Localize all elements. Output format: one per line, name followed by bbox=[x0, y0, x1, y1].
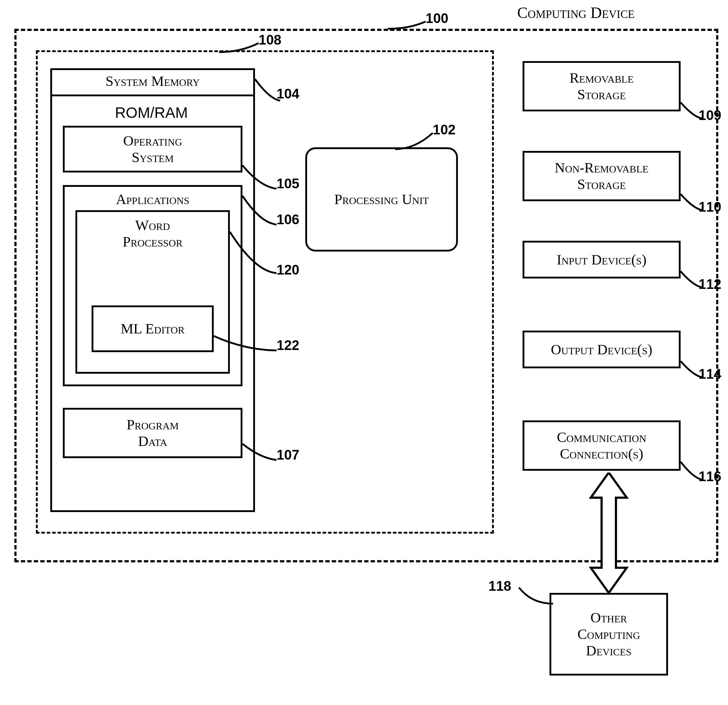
leader-122 bbox=[214, 334, 278, 354]
ref-105: 105 bbox=[277, 176, 299, 191]
leader-102 bbox=[395, 131, 435, 151]
leader-106 bbox=[243, 194, 278, 226]
system-memory-title: System Memory bbox=[50, 68, 255, 96]
leader-118 bbox=[517, 586, 557, 605]
leader-107 bbox=[243, 442, 278, 462]
output-devices-label: Output Device(s) bbox=[551, 342, 653, 358]
leader-112 bbox=[680, 269, 706, 289]
ref-122: 122 bbox=[277, 338, 299, 353]
other-computing-devices-box: Other Computing Devices bbox=[549, 593, 668, 676]
leader-100 bbox=[388, 20, 428, 36]
leader-116 bbox=[680, 460, 706, 482]
ref-102: 102 bbox=[433, 122, 455, 138]
leader-109 bbox=[680, 101, 706, 120]
processing-unit-label: Processing Unit bbox=[334, 191, 429, 208]
ml-editor-box: ML Editor bbox=[92, 305, 214, 352]
svg-marker-0 bbox=[591, 472, 627, 593]
ref-100: 100 bbox=[426, 11, 448, 26]
communication-connections-box: Communication Connection(s) bbox=[523, 420, 680, 471]
non-removable-storage-label: Non-Removable Storage bbox=[555, 159, 648, 193]
word-processor-label: Word Processor bbox=[77, 217, 228, 250]
other-computing-devices-label: Other Computing Devices bbox=[578, 609, 640, 659]
program-data-label: Program Data bbox=[126, 417, 179, 450]
removable-storage-box: Removable Storage bbox=[523, 61, 680, 111]
output-devices-box: Output Device(s) bbox=[523, 331, 680, 368]
computing-device-diagram: Computing Device System Memory ROM/RAM O… bbox=[0, 0, 728, 705]
input-devices-box: Input Device(s) bbox=[523, 241, 680, 278]
input-devices-label: Input Device(s) bbox=[557, 252, 647, 268]
diagram-title: Computing Device bbox=[517, 4, 635, 22]
leader-108 bbox=[219, 41, 260, 58]
communication-connections-label: Communication Connection(s) bbox=[557, 429, 646, 462]
operating-system-label: Operating System bbox=[123, 133, 182, 166]
ref-106: 106 bbox=[277, 212, 299, 227]
ref-108: 108 bbox=[259, 32, 281, 48]
program-data-box: Program Data bbox=[63, 408, 243, 458]
ml-editor-label: ML Editor bbox=[121, 320, 185, 337]
operating-system-box: Operating System bbox=[63, 126, 243, 172]
leader-105 bbox=[243, 164, 278, 190]
ref-118: 118 bbox=[488, 579, 511, 594]
applications-label: Applications bbox=[65, 191, 241, 208]
ref-107: 107 bbox=[277, 447, 299, 463]
ref-120: 120 bbox=[277, 262, 299, 278]
system-memory-label: System Memory bbox=[105, 73, 200, 89]
removable-storage-label: Removable Storage bbox=[570, 70, 634, 103]
leader-110 bbox=[680, 192, 706, 212]
bidirectional-arrow-icon bbox=[589, 472, 628, 593]
processing-unit-box: Processing Unit bbox=[305, 147, 458, 252]
non-removable-storage-box: Non-Removable Storage bbox=[523, 151, 680, 201]
rom-ram-label: ROM/RAM bbox=[115, 104, 188, 122]
leader-104 bbox=[255, 77, 284, 103]
leader-120 bbox=[230, 230, 278, 276]
leader-114 bbox=[680, 359, 706, 379]
